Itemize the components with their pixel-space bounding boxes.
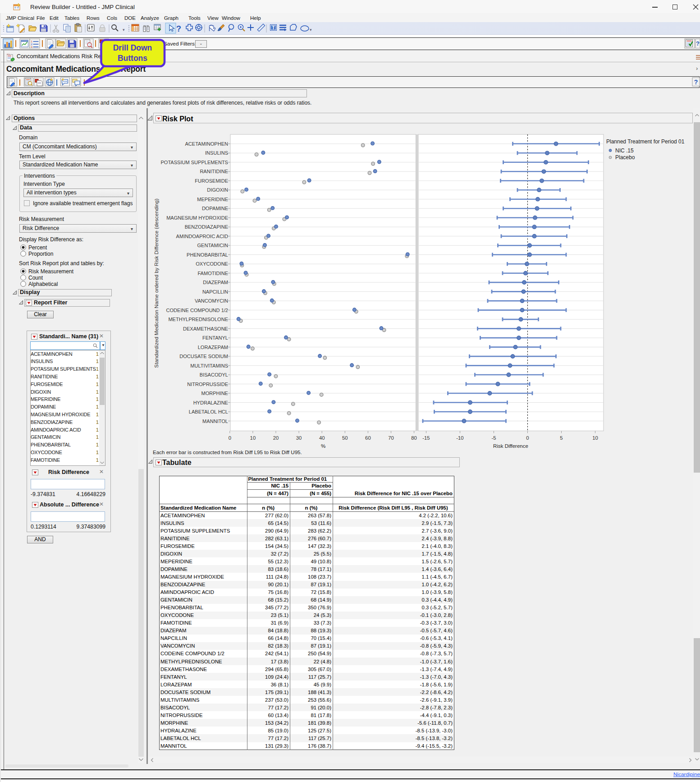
svg-text:20: 20 xyxy=(273,435,279,441)
svg-text:50: 50 xyxy=(342,435,348,441)
svg-text:NIC .15: NIC .15 xyxy=(615,147,634,154)
svg-text:ACETAMINOPHEN: ACETAMINOPHEN xyxy=(185,141,228,147)
svg-text:LABETALOL HCL: LABETALOL HCL xyxy=(189,409,228,414)
svg-text:LORAZEPAM: LORAZEPAM xyxy=(198,345,228,350)
svg-text:Planned Treatment for Period 0: Planned Treatment for Period 01 xyxy=(606,138,685,145)
svg-text:80: 80 xyxy=(411,435,417,441)
svg-text:DIGOXIN: DIGOXIN xyxy=(207,187,228,193)
svg-text:MULTIVITAMINS: MULTIVITAMINS xyxy=(190,363,228,368)
svg-text:?: ? xyxy=(694,78,698,86)
svg-text:RANITIDINE: RANITIDINE xyxy=(200,169,228,174)
svg-text:FENTANYL: FENTANYL xyxy=(202,335,228,340)
svg-text:?: ? xyxy=(696,40,700,47)
svg-text:Placebo: Placebo xyxy=(615,154,635,161)
svg-text:MEPERIDINE: MEPERIDINE xyxy=(197,197,228,202)
svg-text:NITROPRUSSIDE: NITROPRUSSIDE xyxy=(187,382,228,387)
svg-text:NAPCILLIN: NAPCILLIN xyxy=(202,289,228,294)
svg-text:30: 30 xyxy=(296,435,302,441)
svg-text:DOPAMINE: DOPAMINE xyxy=(202,206,228,211)
svg-text:INSULINS: INSULINS xyxy=(205,150,228,156)
svg-text:60: 60 xyxy=(365,435,371,441)
svg-text:DEXAMETHASONE: DEXAMETHASONE xyxy=(183,326,228,331)
svg-text:PHENOBARBITAL: PHENOBARBITAL xyxy=(187,252,228,258)
svg-text:MAGNESIUM HYDROXIDE: MAGNESIUM HYDROXIDE xyxy=(166,215,228,221)
svg-text:Risk Difference: Risk Difference xyxy=(493,443,528,449)
svg-text:FAMOTIDINE: FAMOTIDINE xyxy=(197,271,228,276)
svg-text:-5: -5 xyxy=(491,435,496,441)
svg-text:-10: -10 xyxy=(456,435,463,441)
svg-text:0-1: 0-1 xyxy=(7,54,10,55)
svg-text:MANNITOL: MANNITOL xyxy=(202,419,228,424)
svg-text:▾: ▾ xyxy=(310,28,312,32)
svg-text:AMINDOAPROIC ACID: AMINDOAPROIC ACID xyxy=(176,234,228,239)
svg-text:10: 10 xyxy=(592,435,598,441)
svg-text:0: 0 xyxy=(229,435,231,441)
svg-text:0: 0 xyxy=(526,435,529,441)
svg-text:Risk Plot: Risk Plot xyxy=(162,115,193,123)
svg-text:T: T xyxy=(272,25,275,30)
svg-text:-15: -15 xyxy=(422,435,430,441)
svg-text:Buttons: Buttons xyxy=(118,54,147,63)
svg-text:40: 40 xyxy=(319,435,325,441)
svg-text:BENZODIAZAPINE: BENZODIAZAPINE xyxy=(185,224,228,230)
svg-text:Each error bar is constructed: Each error bar is constructed from Risk … xyxy=(153,449,302,455)
svg-text:FUROSEMIDE: FUROSEMIDE xyxy=(195,178,228,184)
svg-text:MORPHINE: MORPHINE xyxy=(201,391,228,396)
svg-text:VANCOMYCIN: VANCOMYCIN xyxy=(195,298,228,304)
svg-text:▾: ▾ xyxy=(123,28,125,32)
svg-text:%: % xyxy=(321,443,325,449)
svg-text:DIAZEPAM: DIAZEPAM xyxy=(203,280,228,285)
svg-text:10: 10 xyxy=(250,435,256,441)
svg-text:OXYCODONE: OXYCODONE xyxy=(196,261,228,267)
svg-text:Standardized Medication Name o: Standardized Medication Name ordered by … xyxy=(153,198,159,368)
svg-text:70: 70 xyxy=(388,435,394,441)
svg-text:5: 5 xyxy=(560,435,563,441)
svg-text:?: ? xyxy=(176,24,181,33)
svg-text:METHYLPREDNISOLONE: METHYLPREDNISOLONE xyxy=(168,317,228,322)
svg-text:HYDRALAZINE: HYDRALAZINE xyxy=(193,400,228,405)
svg-text:GENTAMICIN: GENTAMICIN xyxy=(197,243,228,248)
svg-text:POTASSIUM SUPPLEMENTS: POTASSIUM SUPPLEMENTS xyxy=(160,160,228,165)
svg-text:DOCUSATE SODIUM: DOCUSATE SODIUM xyxy=(179,354,228,359)
svg-text:CODEINE COMPOUND 1/2: CODEINE COMPOUND 1/2 xyxy=(166,308,229,313)
svg-text:Drill Down: Drill Down xyxy=(113,43,152,52)
svg-text:BISACODYL: BISACODYL xyxy=(200,372,228,377)
